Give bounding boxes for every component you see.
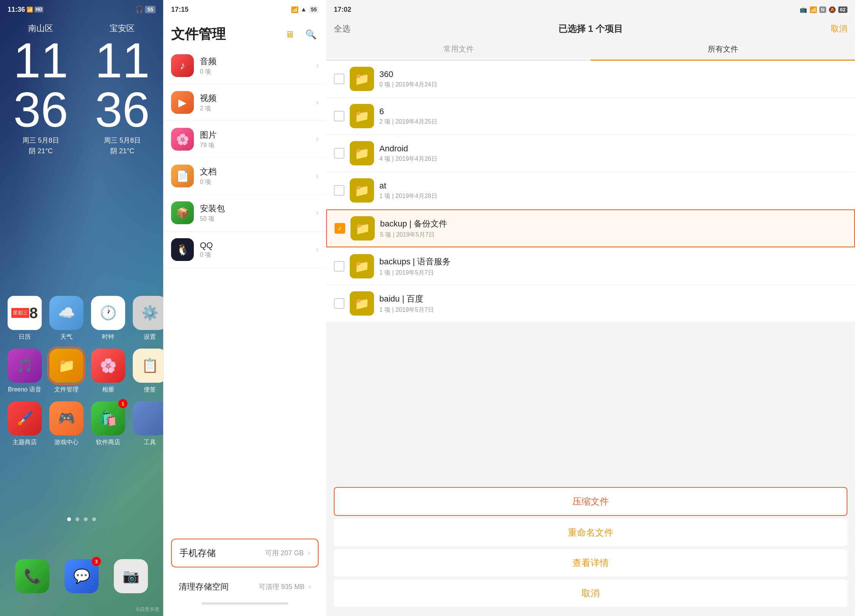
app-notes[interactable]: 📋 便签 xyxy=(133,349,163,394)
city-block-2: 宝安区 11 36 周三 5月8日 阴 21°C xyxy=(95,23,150,156)
fm-status-bar: 17:15 📶 ▲ 55 xyxy=(163,0,326,19)
fm-item-video[interactable]: ▶ 视频 2 项 › xyxy=(163,84,326,121)
fl-file-list: 📁 360 0 项 | 2019年4月24日 📁 6 2 项 | 2019年4月… xyxy=(326,61,855,479)
dot-4 xyxy=(92,517,96,521)
app-album[interactable]: 🌸 相册 xyxy=(91,349,125,394)
fl-checkbox-backup[interactable]: ✓ xyxy=(335,223,345,234)
dot-1 xyxy=(67,517,71,521)
app-tools[interactable]: 工具 xyxy=(133,401,163,446)
fl-file-info-backups: backups | 语音服务 1 项 | 2019年5月7日 xyxy=(379,256,847,277)
city2-weather: 阴 21°C xyxy=(95,146,150,156)
app-games[interactable]: 🎮 游戏中心 xyxy=(49,401,83,446)
fm-clean-label: 清理存储空间 xyxy=(179,581,229,592)
app-files-label: 文件管理 xyxy=(54,386,79,394)
fl-file-item-android[interactable]: 📁 Android 4 项 | 2019年4月26日 xyxy=(326,135,855,171)
app-clock[interactable]: 🕐 时钟 xyxy=(91,296,125,341)
fl-header: 全选 已选择 1 个项目 取消 xyxy=(326,19,855,39)
fm-item-apk[interactable]: 📦 安装包 50 项 › xyxy=(163,195,326,231)
fl-battery-icon: 62 xyxy=(838,6,847,13)
fl-checkbox-at[interactable] xyxy=(334,185,344,196)
fl-file-item-360[interactable]: 📁 360 0 项 | 2019年4月24日 xyxy=(326,61,855,97)
fl-file-item-baidu[interactable]: 📁 baidu | 百度 1 项 | 2019年5月7日 xyxy=(326,285,855,322)
home-status-bar: 11:36 📶 HD 🎧 55 xyxy=(0,0,163,19)
watermark: ©贝壳卡壳 xyxy=(136,606,159,613)
fl-tab-common[interactable]: 常用文件 xyxy=(326,39,591,60)
app-settings[interactable]: ⚙️ 设置 xyxy=(133,296,163,341)
fm-audio-icon: ♪ xyxy=(171,54,194,77)
fm-images-info: 图片 79 项 xyxy=(200,129,310,149)
fm-qq-icon: 🐧 xyxy=(171,238,194,261)
fm-docs-icon: 📄 xyxy=(171,165,194,187)
fm-apk-icon: 📦 xyxy=(171,201,194,224)
fm-monitor-icon[interactable]: 🖥 xyxy=(282,27,297,42)
fm-item-audio[interactable]: ♪ 音频 0 项 › xyxy=(163,47,326,84)
fl-select-all[interactable]: 全选 xyxy=(334,23,350,35)
fm-storage-right: 可用 207 GB › xyxy=(265,548,310,558)
fl-file-item-backup[interactable]: ✓ 📁 backup | 备份文件 5 项 | 2019年5月7日 xyxy=(326,209,855,247)
fl-file-item-at[interactable]: 📁 at 1 项 | 2019年4月28日 xyxy=(326,172,855,209)
fm-qq-info: QQ 0 项 xyxy=(200,240,310,259)
home-battery: 55 xyxy=(145,6,156,13)
fl-action-details[interactable]: 查看详情 xyxy=(334,549,847,577)
home-time: 11:36 xyxy=(8,6,25,14)
fm-qq-arrow: › xyxy=(316,245,319,255)
fm-categories: ♪ 音频 0 项 › ▶ 视频 2 项 › 🌸 图片 xyxy=(163,47,326,535)
fm-clean-right: 可清理 935 MB › xyxy=(259,582,311,592)
app-games-label: 游戏中心 xyxy=(54,438,79,446)
fm-search-icon[interactable]: 🔍 xyxy=(303,27,319,42)
fl-file-item-backups[interactable]: 📁 backups | 语音服务 1 项 | 2019年5月7日 xyxy=(326,248,855,284)
app-weather[interactable]: ☁️ 天气 xyxy=(49,296,83,341)
fl-checkbox-android[interactable] xyxy=(334,148,344,159)
fm-docs-arrow: › xyxy=(316,171,319,181)
fl-checkbox-6[interactable] xyxy=(334,111,344,121)
home-status-right: 🎧 55 xyxy=(135,5,156,14)
dot-2 xyxy=(75,517,79,521)
fl-status-icons: 📺 📶 N 🔕 62 xyxy=(800,6,847,13)
fm-item-docs[interactable]: 📄 文档 0 项 › xyxy=(163,158,326,195)
home-screen: 11:36 📶 HD 🎧 55 南山区 11 36 周三 5月8日 阴 21°C… xyxy=(0,0,163,616)
fm-item-qq[interactable]: 🐧 QQ 0 项 › xyxy=(163,231,326,268)
app-clock-label: 时钟 xyxy=(102,333,114,341)
app-theme[interactable]: 🖌️ 主题商店 xyxy=(8,401,42,446)
home-cities: 南山区 11 36 周三 5月8日 阴 21°C 宝安区 11 36 周三 5月… xyxy=(0,23,163,156)
fl-action-cancel[interactable]: 取消 xyxy=(334,580,847,607)
fl-file-info-at: at 1 项 | 2019年4月28日 xyxy=(379,181,847,200)
app-breeno[interactable]: 🎵 Breeno 语音 xyxy=(8,349,42,394)
fm-apk-arrow: › xyxy=(316,208,319,218)
fl-checkbox-backups[interactable] xyxy=(334,261,344,272)
app-theme-label: 主题商店 xyxy=(13,438,37,446)
fm-status-icons: 📶 ▲ 55 xyxy=(291,6,319,13)
fm-apk-info: 安装包 50 项 xyxy=(200,203,310,223)
city2-time: 11 36 xyxy=(95,36,150,134)
fl-action-rename[interactable]: 重命名文件 xyxy=(334,519,847,546)
fl-tab-all[interactable]: 所有文件 xyxy=(591,39,855,61)
app-notes-label: 便签 xyxy=(144,386,156,394)
fm-clean[interactable]: 清理存储空间 可清理 935 MB › xyxy=(171,575,319,599)
dock-messages-badge: 3 xyxy=(92,557,101,566)
home-status-left: 11:36 📶 HD xyxy=(8,6,43,14)
fl-folder-icon-android: 📁 xyxy=(350,141,374,165)
fl-folder-icon-backups: 📁 xyxy=(350,254,374,278)
fl-checkbox-360[interactable] xyxy=(334,74,344,84)
fm-video-icon: ▶ xyxy=(171,91,194,114)
fl-action-compress[interactable]: 压缩文件 xyxy=(334,487,847,516)
fm-header-icons: 🖥 🔍 xyxy=(282,27,319,42)
city1-weather: 阴 21°C xyxy=(13,146,68,156)
city-block-1: 南山区 11 36 周三 5月8日 阴 21°C xyxy=(13,23,68,156)
fl-checkbox-baidu[interactable] xyxy=(334,298,344,309)
dot-3 xyxy=(84,517,88,521)
dock-messages[interactable]: 💬 3 xyxy=(64,559,99,593)
app-files[interactable]: 📁 文件管理 xyxy=(49,349,83,394)
fm-item-images[interactable]: 🌸 图片 79 项 › xyxy=(163,121,326,158)
home-page-dots xyxy=(0,517,163,521)
app-store[interactable]: 🛍️ 1 软件商店 xyxy=(91,401,125,446)
fl-file-info-360: 360 0 项 | 2019年4月24日 xyxy=(379,69,847,89)
dock-phone[interactable]: 📞 xyxy=(15,559,49,593)
fl-file-item-6[interactable]: 📁 6 2 项 | 2019年4月25日 xyxy=(326,98,855,134)
dock-camera[interactable]: 📷 xyxy=(114,559,148,593)
fm-storage-avail: 可用 207 GB xyxy=(265,548,304,558)
app-breeno-label: Breeno 语音 xyxy=(8,386,41,394)
fm-storage-box[interactable]: 手机存储 可用 207 GB › xyxy=(171,539,319,567)
app-calendar[interactable]: 星期三 8 日历 xyxy=(8,296,42,341)
fl-header-cancel[interactable]: 取消 xyxy=(831,23,847,35)
